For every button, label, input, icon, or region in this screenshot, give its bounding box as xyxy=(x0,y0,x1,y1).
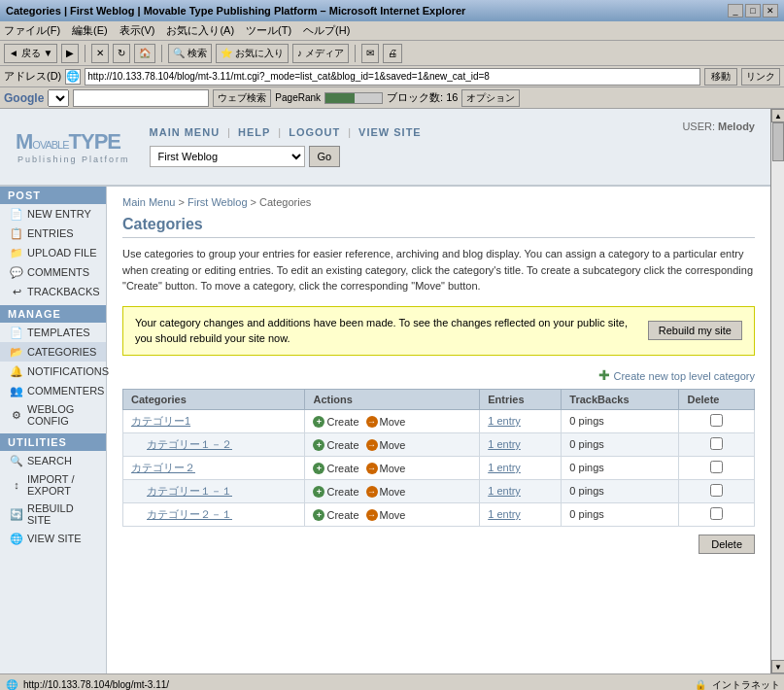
create-new-top-level-link[interactable]: Create new top level category xyxy=(613,370,755,382)
nav-help[interactable]: HELP xyxy=(238,126,270,138)
back-button[interactable]: ◄ 戻る ▼ xyxy=(4,44,57,63)
category-link[interactable]: カテゴリー２ xyxy=(131,462,195,473)
category-link[interactable]: カテゴリー２－１ xyxy=(147,508,232,520)
create-action[interactable]: + Create xyxy=(313,486,358,498)
sidebar-item-templates[interactable]: 📄 TEMPLATES xyxy=(0,323,106,342)
templates-icon: 📄 xyxy=(10,326,23,339)
menu-file[interactable]: ファイル(F) xyxy=(4,23,60,38)
sidebar-item-import-export[interactable]: ↕ IMPORT / EXPORT xyxy=(0,470,106,500)
menu-help[interactable]: ヘルプ(H) xyxy=(303,23,350,38)
favorites-button[interactable]: ⭐ お気に入り xyxy=(216,44,289,63)
move-action[interactable]: → Move xyxy=(366,416,406,428)
sidebar-item-search[interactable]: 🔍 SEARCH xyxy=(0,451,106,470)
create-action[interactable]: + Create xyxy=(313,439,358,451)
entry-count-link[interactable]: 1 entry xyxy=(488,415,521,427)
sidebar-item-notifications[interactable]: 🔔 NOTIFICATIONS xyxy=(0,362,106,381)
sidebar-item-trackbacks[interactable]: ↩ TRACKBACKS xyxy=(0,282,106,301)
google-search-dropdown[interactable] xyxy=(48,89,69,107)
sidebar-view-site-label: VIEW SITE xyxy=(27,533,82,544)
col-entries: Entries xyxy=(480,389,562,409)
table-row: カテゴリー1 + Create → Move 1 entry 0 pings xyxy=(123,409,755,432)
category-link[interactable]: カテゴリー１－２ xyxy=(147,438,232,450)
category-link[interactable]: カテゴリー1 xyxy=(131,415,190,427)
go-button[interactable]: 移動 xyxy=(704,68,737,86)
sidebar-item-commenters[interactable]: 👥 COMMENTERS xyxy=(0,381,106,400)
sidebar-item-new-entry[interactable]: 📄 NEW ENTRY xyxy=(0,204,106,224)
nav-main-menu[interactable]: MAIN MENU xyxy=(150,126,221,138)
move-action[interactable]: → Move xyxy=(366,486,406,498)
table-row: カテゴリー２－１ + Create → Move 1 entry 0 pings xyxy=(123,502,755,526)
options-button[interactable]: オプション xyxy=(461,89,520,107)
scroll-down-button[interactable]: ▼ xyxy=(771,660,784,673)
move-action[interactable]: → Move xyxy=(366,463,406,474)
title-bar: Categories | First Weblog | Movable Type… xyxy=(0,0,784,21)
delete-checkbox[interactable] xyxy=(710,461,723,473)
forward-button[interactable]: ▶ xyxy=(61,44,79,63)
blog-select[interactable]: First Weblog xyxy=(150,146,305,167)
search-button[interactable]: 🔍 検索 xyxy=(168,44,212,63)
menu-tools[interactable]: ツール(T) xyxy=(246,23,291,38)
cat-entries-cell: 1 entry xyxy=(480,479,562,502)
sidebar-post-heading: Post xyxy=(0,187,106,204)
delete-checkbox[interactable] xyxy=(710,507,723,520)
sidebar-new-entry-label: NEW ENTRY xyxy=(27,208,91,220)
comments-icon: 💬 xyxy=(10,265,23,279)
sidebar-item-comments[interactable]: 💬 COMMENTS xyxy=(0,262,106,282)
links-button[interactable]: リンク xyxy=(741,68,780,86)
create-icon: + xyxy=(313,463,324,474)
mail-button[interactable]: ✉ xyxy=(361,44,379,63)
maximize-button[interactable]: □ xyxy=(745,4,761,17)
sidebar-item-view-site[interactable]: 🌐 VIEW SITE xyxy=(0,529,106,548)
mt-nav-area: MAIN MENU | HELP | LOGOUT | VIEW SITE Fi… xyxy=(150,126,683,167)
breadcrumb-main-menu[interactable]: Main Menu xyxy=(122,196,175,208)
create-action[interactable]: + Create xyxy=(313,416,358,428)
home-button[interactable]: 🏠 xyxy=(134,44,155,63)
entry-count-link[interactable]: 1 entry xyxy=(488,438,521,450)
table-row: カテゴリー１－１ + Create → Move 1 entry 0 pings xyxy=(123,479,755,502)
delete-checkbox[interactable] xyxy=(710,437,723,450)
media-button[interactable]: ♪ メディア xyxy=(292,44,349,63)
move-label: Move xyxy=(380,416,406,428)
print-button[interactable]: 🖨 xyxy=(383,44,402,63)
scroll-up-button[interactable]: ▲ xyxy=(771,109,784,122)
user-info: USER: Melody xyxy=(682,117,755,132)
entry-count-link[interactable]: 1 entry xyxy=(488,485,521,497)
delete-button[interactable]: Delete xyxy=(699,535,755,554)
address-input[interactable] xyxy=(85,68,700,86)
create-action[interactable]: + Create xyxy=(313,463,358,474)
minimize-button[interactable]: _ xyxy=(728,4,743,17)
move-action[interactable]: → Move xyxy=(366,439,406,451)
sidebar-manage-heading: Manage xyxy=(0,305,106,323)
google-search-button[interactable]: ウェブ検索 xyxy=(213,89,271,107)
scroll-thumb[interactable] xyxy=(772,122,784,161)
entry-count-link[interactable]: 1 entry xyxy=(488,508,521,520)
nav-view-site[interactable]: VIEW SITE xyxy=(358,126,422,138)
rebuild-button[interactable]: Rebuild my site xyxy=(648,321,742,340)
entry-count-link[interactable]: 1 entry xyxy=(488,462,521,473)
sidebar-item-rebuild-site[interactable]: 🔄 REBUILD SITE xyxy=(0,500,106,529)
breadcrumb-first-weblog[interactable]: First Weblog xyxy=(187,196,248,208)
google-search-input[interactable] xyxy=(73,89,209,107)
delete-checkbox[interactable] xyxy=(710,414,723,427)
stop-button[interactable]: ✕ xyxy=(91,44,109,63)
blog-go-button[interactable]: Go xyxy=(309,146,341,167)
category-link[interactable]: カテゴリー１－１ xyxy=(147,485,232,497)
nav-logout[interactable]: LOGOUT xyxy=(289,126,340,138)
page-scrollbar[interactable]: ▲ ▼ xyxy=(770,109,784,673)
window-controls[interactable]: _ □ ✕ xyxy=(728,4,778,17)
create-action[interactable]: + Create xyxy=(313,509,358,521)
sidebar-item-entries[interactable]: 📋 ENTRIES xyxy=(0,224,106,243)
sidebar-item-upload[interactable]: 📁 UPLOAD FILE xyxy=(0,243,106,262)
sidebar-item-weblog-config[interactable]: ⚙ WEBLOG CONFIG xyxy=(0,400,106,430)
sidebar-item-categories[interactable]: 📂 CATEGORIES xyxy=(0,342,106,362)
menu-view[interactable]: 表示(V) xyxy=(119,23,155,38)
refresh-button[interactable]: ↻ xyxy=(113,44,130,63)
cat-delete-cell xyxy=(679,432,755,456)
menu-favorites[interactable]: お気に入り(A) xyxy=(166,23,234,38)
move-action[interactable]: → Move xyxy=(366,509,406,521)
menu-edit[interactable]: 編集(E) xyxy=(72,23,108,38)
delete-checkbox[interactable] xyxy=(710,484,723,497)
menu-bar: ファイル(F) 編集(E) 表示(V) お気に入り(A) ツール(T) ヘルプ(… xyxy=(0,21,784,41)
close-button[interactable]: ✕ xyxy=(763,4,778,17)
cat-delete-cell xyxy=(679,409,755,432)
